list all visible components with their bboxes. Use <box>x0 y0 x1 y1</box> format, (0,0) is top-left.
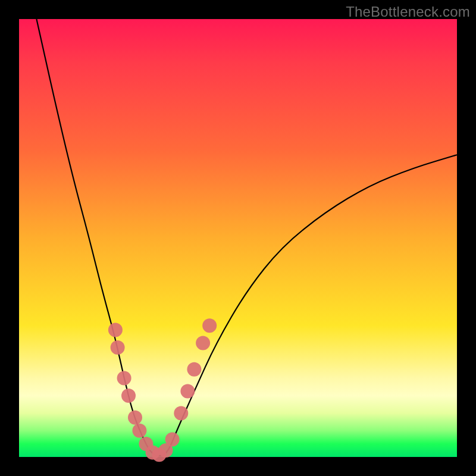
data-marker <box>132 424 146 438</box>
plot-area <box>19 19 457 457</box>
data-marker <box>165 433 180 447</box>
data-marker <box>196 336 210 350</box>
watermark-text: TheBottleneck.com <box>346 4 470 20</box>
data-markers <box>108 318 217 462</box>
data-marker <box>187 362 201 377</box>
chart-frame: TheBottleneck.com <box>0 0 476 476</box>
bottleneck-curve <box>36 19 457 456</box>
data-marker <box>121 389 136 403</box>
data-marker <box>128 411 142 425</box>
data-marker <box>202 318 217 333</box>
data-marker <box>174 406 188 420</box>
data-marker <box>111 340 125 355</box>
data-marker <box>117 371 131 386</box>
data-marker <box>108 323 123 337</box>
data-marker <box>180 384 195 399</box>
bottleneck-curve-svg <box>19 19 457 457</box>
